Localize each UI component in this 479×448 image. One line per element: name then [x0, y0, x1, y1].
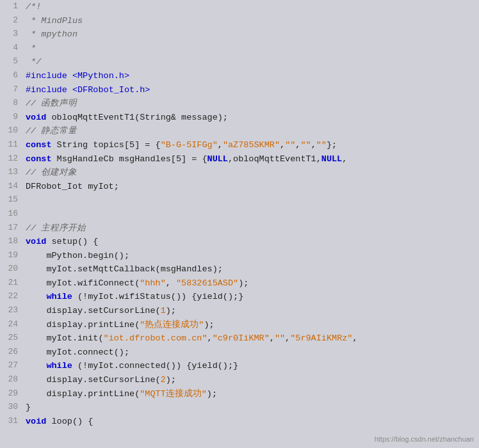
line-number: 25 — [0, 332, 23, 346]
line-content: // 主程序开始 — [23, 221, 479, 236]
line-number: 22 — [0, 290, 23, 304]
line-content: myIot.setMqttCallback(msgHandles); — [23, 262, 479, 276]
line-content: display.setCursorLine(1); — [23, 304, 479, 318]
line-number: 11 — [0, 138, 23, 152]
line-number: 9 — [0, 111, 23, 125]
line-content — [23, 207, 479, 221]
line-content: void obloqMqttEventT1(String& message); — [23, 111, 479, 125]
line-number: 30 — [0, 401, 23, 415]
line-content: } — [23, 401, 479, 415]
line-number: 13 — [0, 166, 23, 180]
line-content: myIot.connect(); — [23, 346, 479, 360]
line-content: display.printLine("MQTT连接成功"); — [23, 387, 479, 401]
line-number: 21 — [0, 276, 23, 291]
line-content: const String topics[5] = {"B-G-5IFGg","a… — [23, 138, 479, 152]
line-number: 5 — [0, 55, 23, 69]
line-content: DFRobot_Iot myIot; — [23, 180, 479, 194]
line-content: display.printLine("热点连接成功"); — [23, 318, 479, 332]
line-number: 14 — [0, 180, 23, 194]
line-number: 4 — [0, 42, 23, 56]
line-number: 6 — [0, 69, 23, 83]
code-editor: 1/*!2 * MindPlus3 * mpython4 *5 */6#incl… — [0, 0, 479, 448]
line-number: 31 — [0, 415, 23, 429]
line-content: // 静态常量 — [23, 124, 479, 138]
line-number: 18 — [0, 235, 23, 249]
line-content: myIot.wifiConnect("hhh", "5832615ASD"); — [23, 276, 479, 291]
line-number: 2 — [0, 14, 23, 28]
line-content: while (!myIot.wifiStatus()) {yield();} — [23, 290, 479, 304]
line-number: 23 — [0, 304, 23, 318]
line-content: const MsgHandleCb msgHandles[5] = {NULL,… — [23, 152, 479, 166]
line-content — [23, 193, 479, 207]
line-content: // 创建对象 — [23, 166, 479, 180]
line-number: 12 — [0, 152, 23, 166]
line-number: 26 — [0, 346, 23, 360]
line-number: 17 — [0, 221, 23, 236]
line-number: 7 — [0, 83, 23, 97]
line-number: 29 — [0, 387, 23, 401]
line-number: 16 — [0, 207, 23, 221]
line-number: 27 — [0, 359, 23, 373]
line-number: 28 — [0, 373, 23, 387]
line-content: * MindPlus — [23, 14, 479, 28]
line-number: 15 — [0, 193, 23, 207]
line-number: 10 — [0, 124, 23, 138]
line-content: while (!myIot.connected()) {yield();} — [23, 359, 479, 373]
line-content: * mpython — [23, 28, 479, 42]
line-content: */ — [23, 55, 479, 69]
line-number: 19 — [0, 249, 23, 263]
line-content: // 函数声明 — [23, 97, 479, 111]
line-content: #include <DFRobot_Iot.h> — [23, 83, 479, 97]
line-number: 3 — [0, 28, 23, 42]
line-number: 24 — [0, 318, 23, 332]
line-content: mPython.begin(); — [23, 249, 479, 263]
line-content: void loop() { — [23, 415, 479, 429]
line-content: #include <MPython.h> — [23, 69, 479, 83]
line-number: 1 — [0, 0, 23, 14]
line-content: void setup() { — [23, 235, 479, 249]
watermark: https://blog.csdn.net/zhanchuan — [375, 434, 474, 445]
line-content: myIot.init("iot.dfrobot.com.cn","c9r0IiK… — [23, 332, 479, 346]
line-content: * — [23, 42, 479, 56]
code-table: 1/*!2 * MindPlus3 * mpython4 *5 */6#incl… — [0, 0, 479, 428]
line-number: 20 — [0, 262, 23, 276]
line-number: 8 — [0, 97, 23, 111]
line-content: display.setCursorLine(2); — [23, 373, 479, 387]
line-content: /*! — [23, 0, 479, 14]
